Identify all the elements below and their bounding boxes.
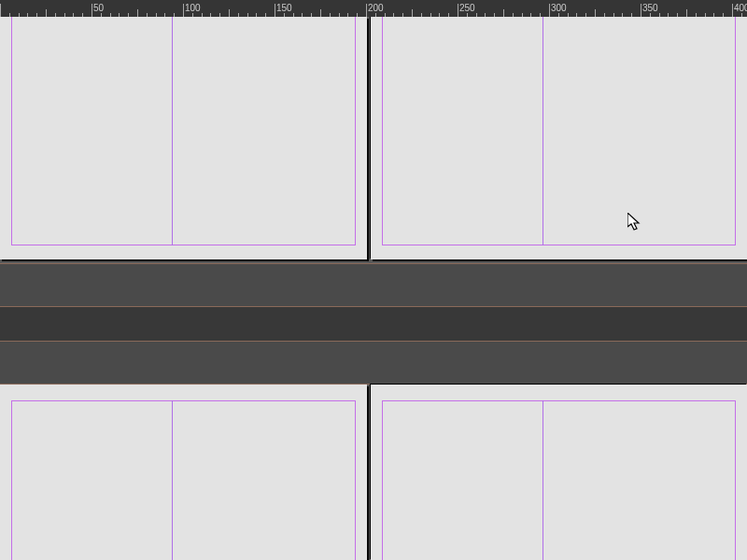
ruler-tick [595, 9, 596, 17]
ruler-tick [530, 13, 531, 17]
ruler-tick [366, 4, 367, 17]
ruler-tick [156, 13, 157, 17]
page-left[interactable] [0, 385, 367, 560]
ruler-label: 200 [368, 3, 384, 13]
ruler-tick [641, 4, 641, 17]
ruler-tick [210, 13, 211, 17]
ruler-tick [202, 13, 203, 17]
ruler-tick [9, 13, 10, 17]
ruler-tick [128, 13, 129, 17]
ruler-tick [347, 13, 348, 17]
ruler-tick [585, 13, 586, 17]
ruler-tick [393, 13, 394, 17]
ruler-tick [375, 13, 376, 17]
margin-guide [382, 0, 736, 245]
ruler-tick [604, 13, 605, 17]
ruler-tick [668, 13, 669, 17]
ruler-tick [568, 13, 569, 17]
ruler-label: 350 [642, 3, 658, 13]
ruler-tick [485, 13, 486, 17]
window-divider[interactable] [0, 306, 747, 342]
ruler-label: 300 [551, 3, 567, 13]
ruler-tick [174, 13, 175, 17]
window-gap [0, 342, 747, 385]
ruler-tick [137, 9, 138, 17]
page-right[interactable] [371, 385, 747, 560]
column-guide [543, 400, 543, 560]
ruler-tick [503, 9, 504, 17]
ruler-tick [330, 13, 331, 17]
ruler-tick [677, 13, 678, 17]
ruler-tick [192, 13, 193, 17]
ruler-tick [448, 13, 449, 17]
ruler-tick [723, 13, 724, 17]
ruler-label: 100 [185, 3, 201, 13]
margin-guide [382, 400, 736, 560]
ruler-tick [631, 13, 632, 17]
ruler-tick [46, 9, 47, 17]
ruler-tick [741, 13, 742, 17]
ruler-tick [494, 13, 495, 17]
ruler-tick [549, 4, 550, 17]
ruler-tick [558, 13, 559, 17]
ruler-tick [458, 4, 458, 17]
ruler-tick [147, 13, 148, 17]
ruler-tick [219, 13, 220, 17]
ruler-tick [576, 13, 577, 17]
ruler-tick [659, 13, 660, 17]
document-window-2[interactable] [0, 385, 747, 560]
ruler-tick [247, 13, 248, 17]
ruler-tick [64, 13, 65, 17]
ruler-tick [302, 13, 303, 17]
ruler-tick [229, 9, 230, 17]
margin-guide [11, 0, 356, 245]
ruler-tick [696, 13, 697, 17]
ruler-label: 150 [276, 3, 292, 13]
ruler-tick [110, 13, 111, 17]
column-guide [172, 0, 173, 245]
ruler-tick [522, 13, 523, 17]
ruler-tick [320, 9, 321, 17]
ruler-tick [82, 13, 83, 17]
ruler-tick [256, 13, 257, 17]
ruler-label: 400 [734, 3, 747, 13]
ruler-tick [650, 13, 651, 17]
document-window-1[interactable] [0, 17, 747, 263]
margin-guide [11, 400, 356, 560]
ruler-tick [36, 13, 37, 17]
ruler-label: 50 [93, 3, 104, 13]
ruler-tick [357, 13, 358, 17]
horizontal-ruler[interactable]: 50100150200250300350400 [0, 0, 747, 17]
ruler-tick [713, 13, 714, 17]
ruler-tick [73, 13, 74, 17]
ruler-tick [421, 13, 422, 17]
ruler-tick [119, 13, 120, 17]
column-guide [543, 0, 543, 245]
ruler-tick [339, 13, 340, 17]
ruler-tick [732, 4, 733, 17]
ruler-tick [430, 13, 431, 17]
ruler-tick [311, 13, 312, 17]
ruler-tick [402, 13, 403, 17]
ruler-tick [0, 4, 1, 17]
window-gap [0, 263, 747, 306]
ruler-tick [55, 13, 56, 17]
ruler-tick [540, 13, 541, 17]
ruler-tick [476, 13, 477, 17]
page-right[interactable] [371, 17, 747, 259]
ruler-tick [613, 13, 614, 17]
separator-line [0, 306, 747, 307]
ruler-tick [293, 13, 294, 17]
ruler-tick [101, 13, 102, 17]
ruler-tick [92, 4, 92, 17]
ruler-tick [513, 13, 514, 17]
separator-line [0, 263, 747, 264]
ruler-label: 250 [459, 3, 475, 13]
ruler-tick [412, 9, 413, 17]
ruler-tick [284, 13, 285, 17]
ruler-tick [467, 13, 468, 17]
ruler-tick [275, 4, 275, 17]
page-left[interactable] [0, 17, 367, 259]
column-guide [172, 400, 173, 560]
ruler-tick [705, 13, 706, 17]
